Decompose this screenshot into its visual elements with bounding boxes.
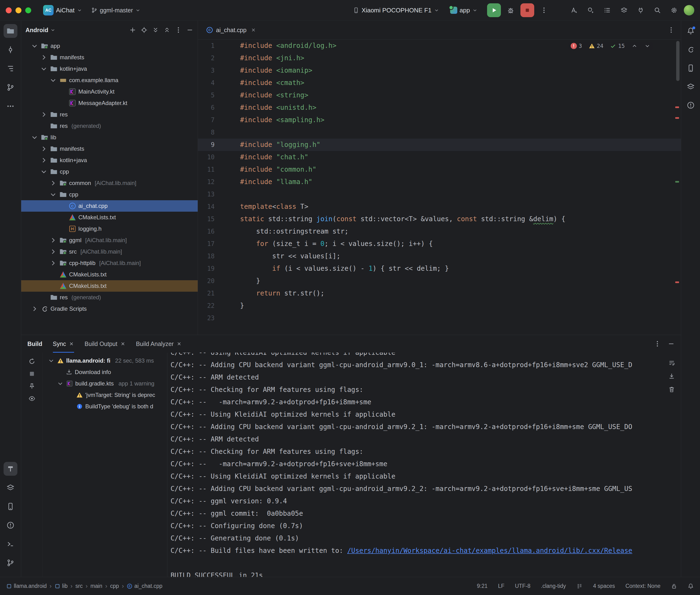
line-number[interactable]: 12 <box>198 176 215 188</box>
kebab-menu-icon[interactable] <box>175 26 182 34</box>
code-line-19[interactable]: 19 if (i < values.size() - 1) { str << d… <box>198 262 681 275</box>
chevron-right-icon[interactable] <box>49 237 57 244</box>
tab-sync[interactable]: Sync <box>53 335 74 352</box>
line-separator[interactable]: LF <box>498 583 504 589</box>
text-tool-button[interactable] <box>567 3 581 17</box>
code-line-23[interactable]: 23 <box>198 312 681 324</box>
code-line-12[interactable]: 12#include "llama.h" <box>198 176 681 188</box>
build-tree-item-llama-android-fi[interactable]: llama.android: fi22 sec, 583 ms <box>43 355 167 366</box>
tree-item-mainactivity-kt[interactable]: MainActivity.kt <box>21 86 198 97</box>
layers-tool-window-button[interactable] <box>4 481 18 494</box>
next-issue-icon[interactable] <box>644 43 650 49</box>
project-view-selector[interactable]: Android <box>26 27 48 34</box>
tree-item-res[interactable]: res <box>21 109 198 120</box>
inspections-widget[interactable]: 3 24 15 <box>568 42 653 50</box>
code-editor[interactable]: 1#include <android/log.h>2#include <jni.… <box>198 39 681 335</box>
line-number[interactable]: 10 <box>198 151 215 163</box>
line-number[interactable]: 6 <box>198 102 215 114</box>
breadcrumb-llama-android[interactable]: llama.android <box>6 583 47 589</box>
code-line-11[interactable]: 11#include "common.h" <box>198 163 681 176</box>
layers-tool-button[interactable] <box>617 3 631 17</box>
line-number[interactable]: 22 <box>198 300 215 312</box>
code-line-22[interactable]: 22} <box>198 300 681 312</box>
line-number[interactable]: 7 <box>198 114 215 126</box>
commit-tool-button[interactable] <box>4 43 18 57</box>
tree-item-cpp-httplib[interactable]: cpp-httplib [AiChat.lib.main] <box>21 257 198 269</box>
context-setting[interactable]: Context: None <box>625 583 661 589</box>
debug-button[interactable] <box>504 3 517 17</box>
tab-build-output[interactable]: Build Output <box>85 335 125 352</box>
tree-item-ggml[interactable]: ggml [AiChat.lib.main] <box>21 234 198 246</box>
line-number[interactable]: 18 <box>198 250 215 262</box>
line-number[interactable]: 9 <box>198 139 215 151</box>
chevron-right-icon[interactable] <box>49 259 57 267</box>
tree-item-ai-chat-cpp[interactable]: Cai_chat.cpp <box>21 200 198 212</box>
editor-tab-ai-chat-cpp[interactable]: C ai_chat.cpp <box>204 21 258 39</box>
build-tree-item-build-gradle-kts[interactable]: build.gradle.ktsapp 1 warning <box>43 378 167 389</box>
code-line-3[interactable]: 3#include <iomanip> <box>198 64 681 77</box>
running-devices-button[interactable] <box>684 80 697 93</box>
project-tool-button[interactable] <box>4 24 18 38</box>
select-opened-file-icon[interactable] <box>141 26 148 34</box>
breadcrumb-src[interactable]: src <box>75 583 83 589</box>
code-line-7[interactable]: 7#include <sampling.h> <box>198 114 681 126</box>
device-manager-button[interactable] <box>4 500 18 513</box>
line-number[interactable]: 8 <box>198 126 215 139</box>
line-number[interactable]: 16 <box>198 225 215 237</box>
chevron-down-icon[interactable] <box>30 134 38 141</box>
device-selector[interactable]: Xiaomi POCOPHONE F1 <box>351 3 441 18</box>
line-number[interactable]: 15 <box>198 213 215 225</box>
terminal-tool-button[interactable] <box>4 537 18 551</box>
error-stripe-mark[interactable] <box>675 281 679 283</box>
hide-panel-icon[interactable] <box>668 340 675 347</box>
chevron-right-icon[interactable] <box>40 157 48 164</box>
tree-item-gradle-scripts[interactable]: Gradle Scripts <box>21 303 198 314</box>
code-line-17[interactable]: 17 for (size_t i = 0; i < values.size();… <box>198 237 681 250</box>
build-tree-item-download-info[interactable]: Download info <box>43 366 167 378</box>
line-number[interactable]: 3 <box>198 64 215 77</box>
tree-item-cpp[interactable]: cpp <box>21 189 198 200</box>
tree-item-cmakelists-txt[interactable]: CMakeLists.txt <box>21 280 198 292</box>
find-usages-button[interactable] <box>584 3 597 17</box>
close-window-button[interactable] <box>6 7 12 13</box>
change-stripe-mark[interactable] <box>675 181 679 182</box>
stop-icon[interactable] <box>28 370 35 377</box>
clang-tidy-status[interactable]: .clang-tidy <box>541 583 566 589</box>
code-line-5[interactable]: 5#include <string> <box>198 89 681 102</box>
run-button[interactable] <box>487 3 501 17</box>
build-tree-item-jvmtarget-string-is-deprec[interactable]: 'jvmTarget: String' is deprec <box>43 389 167 401</box>
zoom-window-button[interactable] <box>25 7 31 13</box>
tree-item-app[interactable]: app <box>21 40 198 52</box>
close-icon[interactable] <box>120 341 125 346</box>
hide-panel-icon[interactable] <box>186 26 193 34</box>
line-number[interactable]: 19 <box>198 262 215 275</box>
passed-count-chip[interactable]: 15 <box>610 43 625 49</box>
error-stripe-mark[interactable] <box>675 107 679 108</box>
project-selector[interactable]: AC AiChat <box>41 3 85 18</box>
breadcrumb-main[interactable]: main <box>90 583 103 589</box>
build-output-link[interactable]: /Users/hanyin/Workspace/ai-chat/examples… <box>347 547 632 555</box>
bell-icon[interactable] <box>688 583 694 589</box>
chevron-right-icon[interactable] <box>49 179 57 187</box>
chevron-down-icon[interactable] <box>30 42 38 50</box>
line-number[interactable]: 5 <box>198 89 215 102</box>
line-number[interactable]: 11 <box>198 163 215 176</box>
code-line-15[interactable]: 15static std::string join(const std::vec… <box>198 213 681 225</box>
close-icon[interactable] <box>69 341 74 346</box>
chevron-down-icon[interactable] <box>57 380 64 387</box>
build-panel-title[interactable]: Build <box>27 340 43 347</box>
breadcrumb-cpp[interactable]: cpp <box>110 583 119 589</box>
notifications-button[interactable] <box>684 25 697 37</box>
line-number[interactable]: 20 <box>198 275 215 287</box>
line-number[interactable]: 2 <box>198 52 215 64</box>
chevron-down-icon[interactable] <box>40 168 48 175</box>
code-line-18[interactable]: 18 str << values[i]; <box>198 250 681 262</box>
scroll-to-end-icon[interactable] <box>668 373 675 380</box>
build-console[interactable]: C/C++: -- Using KleidiAI optimized kerne… <box>167 352 662 577</box>
expand-all-icon[interactable] <box>152 26 159 34</box>
chevron-down-icon[interactable] <box>40 65 48 73</box>
clear-console-icon[interactable] <box>668 386 675 393</box>
warning-count-chip[interactable]: 24 <box>589 43 604 49</box>
gradle-tool-button[interactable] <box>684 43 697 56</box>
line-number[interactable]: 21 <box>198 287 215 300</box>
